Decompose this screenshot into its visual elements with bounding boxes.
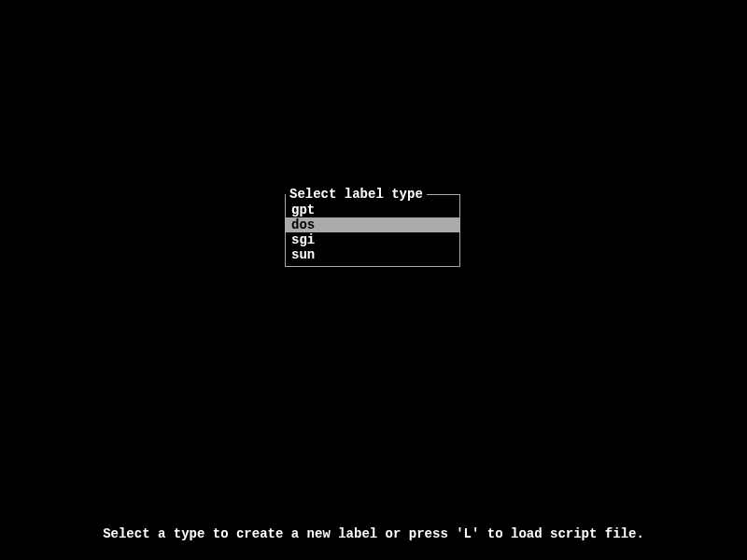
dialog-title-row: Select label type: [286, 188, 459, 201]
dialog-title: Select label type: [286, 187, 427, 202]
status-bar: Select a type to create a new label or p…: [0, 526, 747, 541]
menu-items: gpt dos sgi sun: [286, 203, 459, 262]
menu-item-dos[interactable]: dos: [286, 217, 459, 232]
menu-item-sun[interactable]: sun: [286, 247, 459, 262]
menu-item-sgi[interactable]: sgi: [286, 232, 459, 247]
menu-item-gpt[interactable]: gpt: [286, 203, 459, 217]
label-type-dialog: Select label type gpt dos sgi sun: [285, 194, 460, 267]
